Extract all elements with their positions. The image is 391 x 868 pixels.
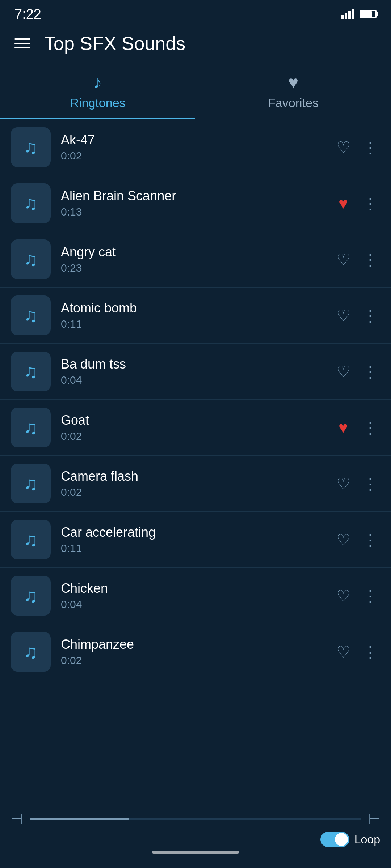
favorite-button[interactable]: ♡ [334,138,353,157]
sound-info: Car accelerating 0:11 [61,525,334,554]
more-options-button[interactable]: ⋮ [361,474,380,493]
sound-actions: ♡ ⋮ [334,306,380,325]
music-note-icon: ♫ [24,417,38,438]
music-note-tab-icon: ♪ [93,72,102,92]
sound-duration: 0:02 [61,654,334,667]
sound-name: Chimpanzee [61,637,334,652]
more-options-button[interactable]: ⋮ [361,138,380,157]
sound-thumbnail[interactable]: ♫ [11,183,51,223]
sound-name: Ak-47 [61,132,334,148]
sound-actions: ♥ ⋮ [334,194,380,213]
sound-thumbnail[interactable]: ♫ [11,632,51,672]
more-options-button[interactable]: ⋮ [361,250,380,269]
list-item: ♫ Camera flash 0:02 ♡ ⋮ [0,456,391,512]
home-indicator [152,851,239,854]
sound-thumbnail[interactable]: ♫ [11,295,51,335]
tab-favorites-label: Favorites [268,96,319,110]
music-note-icon: ♫ [24,585,38,607]
svg-rect-3 [352,9,354,19]
more-options-button[interactable]: ⋮ [361,530,380,549]
sound-info: Camera flash 0:02 [61,469,334,498]
page-title: Top SFX Sounds [44,33,185,54]
sound-name: Chicken [61,581,334,596]
more-options-button[interactable]: ⋮ [361,194,380,213]
sound-actions: ♡ ⋮ [334,530,380,549]
sound-actions: ♡ ⋮ [334,362,380,381]
music-note-icon: ♫ [24,529,38,550]
sound-thumbnail[interactable]: ♫ [11,352,51,391]
sound-info: Atomic bomb 0:11 [61,301,334,330]
sound-duration: 0:02 [61,486,334,498]
sound-thumbnail[interactable]: ♫ [11,520,51,559]
battery-icon [360,10,377,18]
skip-back-icon[interactable]: ⊣ [11,811,23,827]
sound-thumbnail[interactable]: ♫ [11,408,51,447]
sound-actions: ♡ ⋮ [334,250,380,269]
more-options-button[interactable]: ⋮ [361,306,380,325]
menu-button[interactable] [14,34,33,53]
sound-name: Goat [61,413,334,428]
sound-thumbnail[interactable]: ♫ [11,127,51,167]
loop-toggle[interactable] [320,832,349,847]
list-item: ♫ Angry cat 0:23 ♡ ⋮ [0,231,391,288]
tab-ringtones-label: Ringtones [70,96,125,110]
more-options-button[interactable]: ⋮ [361,586,380,605]
music-note-icon: ♫ [24,305,38,326]
sound-info: Angry cat 0:23 [61,244,334,274]
sound-info: Chimpanzee 0:02 [61,637,334,667]
favorite-button[interactable]: ♡ [334,306,353,325]
list-item: ♫ Ak-47 0:02 ♡ ⋮ [0,119,391,175]
sound-info: Ba dum tss 0:04 [61,357,334,386]
svg-rect-0 [341,15,344,19]
favorite-button[interactable]: ♡ [334,250,353,269]
sound-info: Chicken 0:04 [61,581,334,610]
progress-bar[interactable] [30,818,361,820]
music-note-icon: ♫ [24,641,38,663]
tab-ringtones[interactable]: ♪ Ringtones [0,65,196,119]
sound-name: Atomic bomb [61,301,334,316]
status-bar: 7:22 [0,0,391,25]
loop-label: Loop [354,833,380,846]
music-note-icon: ♫ [24,192,38,214]
signal-icon [341,9,355,19]
sound-name: Camera flash [61,469,334,484]
music-note-icon: ♫ [24,361,38,382]
player-controls: ⊣ ⊢ [11,811,380,827]
sound-duration: 0:11 [61,542,334,554]
sound-list: ♫ Ak-47 0:02 ♡ ⋮ ♫ Alien Brain Scanner 0… [0,119,391,680]
sound-duration: 0:02 [61,430,334,442]
sound-thumbnail[interactable]: ♫ [11,464,51,503]
bottom-player: ⊣ ⊢ Loop [0,805,391,868]
app-header: Top SFX Sounds [0,25,391,65]
tab-favorites[interactable]: ♥ Favorites [196,65,391,119]
favorite-button[interactable]: ♥ [334,194,353,213]
music-note-icon: ♫ [24,136,38,158]
tab-active-indicator [0,118,196,119]
sound-info: Goat 0:02 [61,413,334,442]
music-note-icon: ♫ [24,473,38,494]
more-options-button[interactable]: ⋮ [361,418,380,437]
more-options-button[interactable]: ⋮ [361,642,380,661]
skip-forward-icon[interactable]: ⊢ [368,811,380,827]
list-item: ♫ Car accelerating 0:11 ♡ ⋮ [0,512,391,568]
favorite-button[interactable]: ♡ [334,362,353,381]
sound-actions: ♡ ⋮ [334,138,380,157]
tab-bar: ♪ Ringtones ♥ Favorites [0,65,391,119]
progress-bar-fill [30,818,129,820]
more-options-button[interactable]: ⋮ [361,362,380,381]
sound-actions: ♡ ⋮ [334,642,380,661]
favorite-button[interactable]: ♡ [334,474,353,493]
list-item: ♫ Chimpanzee 0:02 ♡ ⋮ [0,624,391,680]
favorite-button[interactable]: ♡ [334,642,353,661]
favorite-button[interactable]: ♥ [334,418,353,437]
sound-duration: 0:11 [61,318,334,330]
favorite-button[interactable]: ♡ [334,530,353,549]
sound-name: Ba dum tss [61,357,334,372]
sound-thumbnail[interactable]: ♫ [11,239,51,279]
sound-duration: 0:04 [61,374,334,386]
sound-thumbnail[interactable]: ♫ [11,576,51,616]
svg-rect-1 [345,13,347,19]
sound-name: Alien Brain Scanner [61,188,334,204]
favorite-button[interactable]: ♡ [334,586,353,605]
sound-name: Angry cat [61,244,334,260]
